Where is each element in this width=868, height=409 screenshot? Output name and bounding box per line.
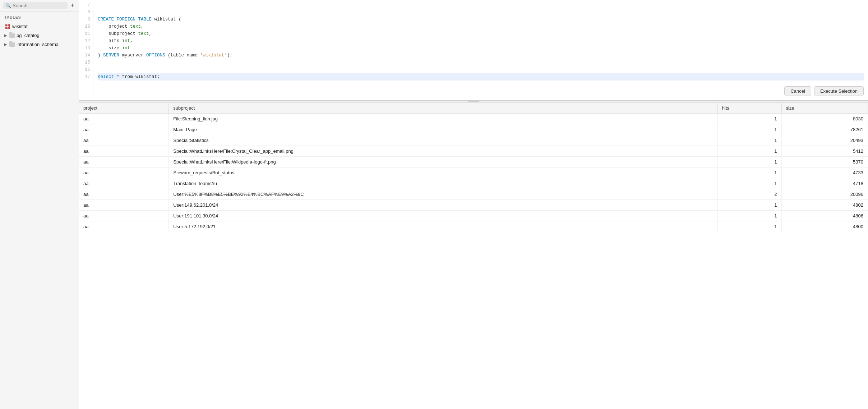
add-button[interactable]: + bbox=[69, 2, 76, 9]
folder-item-pg-catalog[interactable]: ▶ pg_catalog bbox=[0, 31, 79, 40]
table-cell: 1 bbox=[717, 135, 781, 146]
results-area[interactable]: projectsubprojecthitssize aaFile:Sleepin… bbox=[79, 103, 868, 409]
table-cell: 8030 bbox=[781, 114, 868, 124]
table-row: aaSpecial:WhatLinksHere/File:Wikipedia-l… bbox=[79, 157, 868, 167]
code-line: CREATE FOREIGN TABLE wikistat ( bbox=[98, 16, 864, 23]
table-row: aaUser:5.172.192.0/2114800 bbox=[79, 221, 868, 232]
table-cell: 1 bbox=[717, 157, 781, 167]
line-number: 16 bbox=[82, 66, 90, 73]
table-cell: aa bbox=[79, 167, 169, 178]
table-cell: 5412 bbox=[781, 146, 868, 157]
table-cell: 2 bbox=[717, 189, 781, 200]
chevron-icon: ▶ bbox=[4, 33, 8, 37]
table-cell: 20493 bbox=[781, 135, 868, 146]
results-thead: projectsubprojecthitssize bbox=[79, 103, 868, 114]
folder-icon-2 bbox=[9, 42, 15, 47]
folder-information-schema: ▶ information_schema bbox=[0, 40, 79, 49]
table-cell: aa bbox=[79, 200, 169, 211]
table-cell: aa bbox=[79, 124, 169, 135]
table-cell: aa bbox=[79, 135, 169, 146]
chevron-icon-2: ▶ bbox=[4, 42, 8, 46]
line-number: 15 bbox=[82, 59, 90, 66]
editor-buttons: Cancel Execute Selection bbox=[784, 86, 864, 96]
table-cell: 1 bbox=[717, 211, 781, 221]
table-cell: User:191.101.30.0/24 bbox=[169, 211, 717, 221]
table-cell: 4806 bbox=[781, 211, 868, 221]
table-cell: 5370 bbox=[781, 157, 868, 167]
table-cell: 20096 bbox=[781, 189, 868, 200]
table-cell: 1 bbox=[717, 167, 781, 178]
table-cell: 4733 bbox=[781, 167, 868, 178]
table-cell: aa bbox=[79, 221, 169, 232]
search-input[interactable] bbox=[13, 3, 65, 8]
header-row: projectsubprojecthitssize bbox=[79, 103, 868, 114]
table-row: aaSteward_requests/Bot_status14733 bbox=[79, 167, 868, 178]
code-line: size int bbox=[98, 45, 864, 52]
line-numbers: 7891011121314151617 bbox=[79, 1, 93, 95]
folder-pg-catalog: ▶ pg_catalog bbox=[0, 31, 79, 40]
table-cell: File:Sleeping_lion.jpg bbox=[169, 114, 717, 124]
sidebar-item-wikistat[interactable]: wikistat bbox=[0, 22, 79, 31]
table-row: aaFile:Sleeping_lion.jpg18030 bbox=[79, 114, 868, 124]
column-header-hits: hits bbox=[717, 103, 781, 114]
table-cell: Main_Page bbox=[169, 124, 717, 135]
table-cell: 1 bbox=[717, 114, 781, 124]
results-table: projectsubprojecthitssize aaFile:Sleepin… bbox=[79, 103, 868, 232]
table-cell: aa bbox=[79, 211, 169, 221]
table-cell: 4800 bbox=[781, 221, 868, 232]
table-cell: aa bbox=[79, 146, 169, 157]
table-cell: aa bbox=[79, 157, 169, 167]
folder-item-information-schema[interactable]: ▶ information_schema bbox=[0, 40, 79, 49]
editor-area[interactable]: 7891011121314151617 CREATE FOREIGN TABLE… bbox=[79, 0, 868, 101]
table-cell: User:%E5%8F%B8%E5%BE%92%E4%BC%AF%E9%A2%9… bbox=[169, 189, 717, 200]
column-header-subproject: subproject bbox=[169, 103, 717, 114]
table-row: aaTranslation_teams/ru14718 bbox=[79, 178, 868, 189]
table-cell: aa bbox=[79, 178, 169, 189]
table-row: aaUser:149.62.201.0/2414802 bbox=[79, 200, 868, 211]
table-cell: 1 bbox=[717, 124, 781, 135]
line-number: 12 bbox=[82, 37, 90, 45]
search-bar: 🔍 + bbox=[0, 0, 79, 12]
table-cell: Special:Statistics bbox=[169, 135, 717, 146]
line-number: 10 bbox=[82, 23, 90, 30]
folder-label-information-schema: information_schema bbox=[17, 42, 59, 47]
table-cell: 1 bbox=[717, 200, 781, 211]
table-row: aaSpecial:Statistics120493 bbox=[79, 135, 868, 146]
code-body: CREATE FOREIGN TABLE wikistat ( project … bbox=[93, 1, 868, 95]
table-cell: aa bbox=[79, 189, 169, 200]
search-icon: 🔍 bbox=[6, 3, 11, 8]
execute-selection-button[interactable]: Execute Selection bbox=[814, 86, 864, 96]
table-cell: 1 bbox=[717, 146, 781, 157]
table-cell: 4718 bbox=[781, 178, 868, 189]
tables-section-label: TABLES bbox=[0, 12, 79, 22]
line-number: 8 bbox=[82, 9, 90, 16]
code-line bbox=[98, 81, 864, 88]
folder-label-pg-catalog: pg_catalog bbox=[17, 33, 40, 38]
code-line: ) SERVER myserver OPTIONS (table_name 'w… bbox=[98, 52, 864, 59]
code-line bbox=[98, 88, 864, 95]
code-line bbox=[98, 66, 864, 73]
results-tbody: aaFile:Sleeping_lion.jpg18030aaMain_Page… bbox=[79, 114, 868, 232]
line-number: 13 bbox=[82, 45, 90, 52]
code-line: hits int, bbox=[98, 37, 864, 45]
table-name-wikistat: wikistat bbox=[12, 24, 28, 29]
table-icon bbox=[4, 23, 10, 29]
table-cell: User:149.62.201.0/24 bbox=[169, 200, 717, 211]
search-input-wrapper: 🔍 bbox=[3, 2, 68, 9]
column-header-project: project bbox=[79, 103, 169, 114]
line-number: 9 bbox=[82, 16, 90, 23]
code-line: subproject text, bbox=[98, 30, 864, 37]
table-row: aaUser:191.101.30.0/2414806 bbox=[79, 211, 868, 221]
column-header-size: size bbox=[781, 103, 868, 114]
table-row: aaUser:%E5%8F%B8%E5%BE%92%E4%BC%AF%E9%A2… bbox=[79, 189, 868, 200]
code-line: project text, bbox=[98, 23, 864, 30]
table-cell: 78261 bbox=[781, 124, 868, 135]
line-number: 11 bbox=[82, 30, 90, 37]
cancel-button[interactable]: Cancel bbox=[784, 86, 811, 96]
table-cell: 1 bbox=[717, 178, 781, 189]
line-number: 17 bbox=[82, 73, 90, 81]
line-number: 7 bbox=[82, 1, 90, 9]
table-cell: Translation_teams/ru bbox=[169, 178, 717, 189]
table-cell: User:5.172.192.0/21 bbox=[169, 221, 717, 232]
table-cell: aa bbox=[79, 114, 169, 124]
